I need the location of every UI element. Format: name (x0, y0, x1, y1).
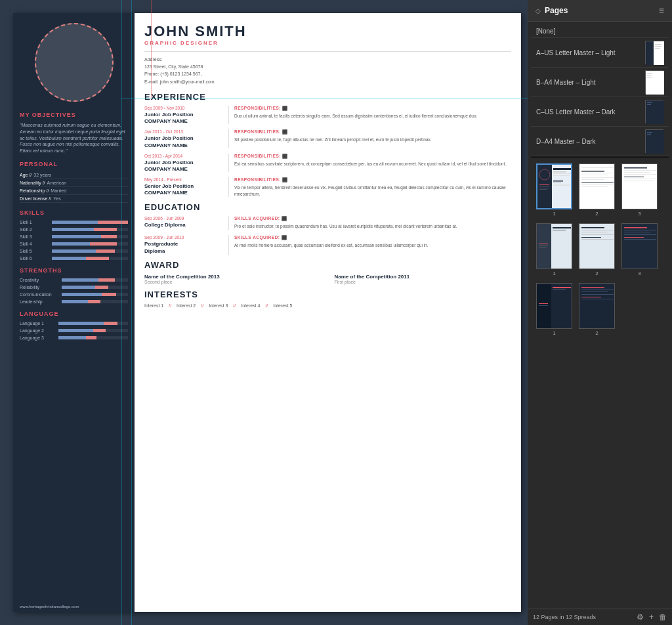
svg-rect-54 (539, 248, 547, 248)
page-thumb-num-7: 1 (553, 330, 555, 336)
strength-communication: Communication (20, 292, 128, 297)
svg-rect-10 (647, 102, 652, 103)
svg-rect-4 (655, 48, 660, 49)
svg-rect-28 (553, 184, 572, 184)
page-thumb-1[interactable] (536, 163, 572, 209)
svg-rect-53 (539, 246, 548, 246)
page-thumb-3[interactable] (621, 163, 658, 209)
svg-rect-20 (553, 173, 572, 174)
exp-entry-1: Sep 2009 - Nov 2010 Junior Job Position … (144, 106, 511, 124)
page-option-none[interactable]: [None] (531, 25, 669, 38)
svg-rect-26 (553, 181, 563, 182)
interests-title: INTERESTS (144, 290, 511, 299)
delete-page-icon[interactable]: 🗑 (659, 613, 667, 622)
strength-reliability: Reliability (20, 285, 128, 290)
app-container: MY OBJECTIVES "Maecenas euismod rutrum a… (0, 0, 672, 625)
page-thumb-num-4: 1 (553, 270, 555, 276)
svg-rect-52 (539, 244, 548, 244)
svg-rect-31 (581, 167, 614, 168)
resume-page: MY OBJECTIVES "Maecenas euismod rutrum a… (13, 13, 521, 612)
svg-rect-29 (553, 185, 570, 186)
pages-grid-section: 1 (531, 158, 669, 341)
page-thumb-7[interactable] (536, 283, 572, 329)
svg-rect-66 (624, 234, 656, 235)
svg-rect-51 (553, 230, 566, 230)
svg-rect-45 (624, 177, 644, 177)
edu-entry-2: Sep 2009 - Jun 2010 PostgraduateDiploma … (144, 235, 511, 255)
svg-rect-55 (579, 224, 615, 269)
svg-rect-77 (581, 290, 614, 290)
pages-panel-header: ◇ Pages ≡ (528, 0, 672, 22)
experience-title: EXPERIENCE (144, 92, 511, 102)
svg-rect-39 (581, 186, 608, 187)
svg-rect-9 (646, 100, 664, 124)
master-page-a-light[interactable]: A–US Letter Master – Light (531, 38, 669, 68)
svg-rect-68 (624, 239, 656, 240)
svg-rect-37 (581, 183, 614, 183)
pages-menu-icon[interactable]: ≡ (659, 5, 664, 16)
edu-entry-1: Sep 2006 - Jun 2009 College Diploma SKIL… (144, 216, 511, 230)
svg-rect-76 (581, 287, 604, 288)
language-3: Language 3 (20, 335, 128, 340)
exp-entry-4: May 2014 - Present Senior Job Position C… (144, 177, 511, 198)
pages-panel: ◇ Pages ≡ [None] A–US Letter Master – Li… (528, 0, 672, 625)
language-2: Language 2 (20, 328, 128, 333)
svg-rect-60 (581, 237, 601, 238)
page-thumb-col-4: 1 (536, 223, 572, 276)
svg-rect-3 (655, 46, 662, 47)
pages-bottom-bar: 12 Pages in 12 Spreads ⚙ + 🗑 (528, 609, 672, 625)
svg-rect-13 (647, 132, 652, 133)
skills-title: SKILLS (20, 209, 128, 216)
page-thumb-col-6: 3 (621, 223, 658, 276)
skill-3: Skill 3 (20, 234, 128, 239)
svg-rect-0 (646, 41, 654, 65)
skill-5: Skill 5 (20, 249, 128, 253)
skill-4: Skill 4 (20, 242, 128, 246)
page-thumb-4[interactable] (536, 223, 572, 269)
master-page-c-dark[interactable]: C–US Letter Master – Dark (531, 97, 669, 127)
page-settings-icon[interactable]: ⚙ (637, 613, 644, 622)
award-row: Name of the Competition 2013 Second plac… (144, 274, 511, 284)
svg-rect-73 (539, 303, 548, 304)
svg-rect-36 (581, 179, 604, 180)
page-thumb-col-1: 1 (536, 163, 572, 217)
svg-rect-21 (553, 175, 570, 176)
personal-relationship: Relationship // Married (20, 187, 128, 195)
svg-rect-79 (581, 294, 614, 295)
svg-rect-46 (624, 179, 656, 179)
skill-2: Skill 2 (20, 227, 128, 232)
resume-main: JOHN SMITH GRAPHIC DESIGNER Address: 123… (135, 13, 521, 612)
pages-count: 12 Pages in 12 Spreads (533, 614, 596, 620)
master-page-d-dark[interactable]: D–A4 Master – Dark (531, 127, 669, 156)
svg-rect-81 (581, 299, 614, 299)
svg-rect-70 (537, 284, 551, 329)
svg-rect-5 (646, 71, 664, 95)
svg-rect-62 (622, 224, 658, 269)
svg-rect-78 (581, 291, 608, 292)
page-thumb-5[interactable] (579, 223, 615, 269)
svg-rect-59 (581, 234, 614, 235)
objectives-title: MY OBJECTIVES (20, 112, 128, 118)
strength-creativity: Creativity (20, 278, 128, 282)
add-page-icon[interactable]: + (649, 613, 654, 622)
language-1: Language 1 (20, 321, 128, 326)
svg-rect-56 (581, 227, 604, 228)
master-page-b-light[interactable]: B–A4 Master – Light (531, 68, 669, 97)
svg-rect-38 (581, 184, 614, 185)
page-thumb-8[interactable] (579, 283, 615, 329)
svg-rect-19 (553, 171, 566, 173)
svg-rect-35 (581, 177, 614, 178)
page-thumb-col-2: 2 (579, 163, 615, 217)
strength-leadership: Leadership (20, 299, 128, 304)
interests-row: Interest 1 // Interest 2 // Interest 3 /… (144, 303, 511, 308)
page-thumb-num-8: 2 (595, 330, 598, 336)
svg-rect-8 (647, 77, 652, 77)
svg-rect-80 (581, 297, 601, 297)
svg-rect-18 (553, 168, 572, 170)
page-thumb-6[interactable] (621, 223, 658, 269)
page-thumb-2[interactable] (579, 163, 615, 209)
pages-arrow-icon: ◇ (536, 7, 541, 14)
pages-panel-title: Pages (545, 6, 568, 15)
pages-scroll-area[interactable]: [None] A–US Letter Master – Light B–A4 M… (528, 22, 672, 609)
award-title: AWARD (144, 260, 511, 270)
